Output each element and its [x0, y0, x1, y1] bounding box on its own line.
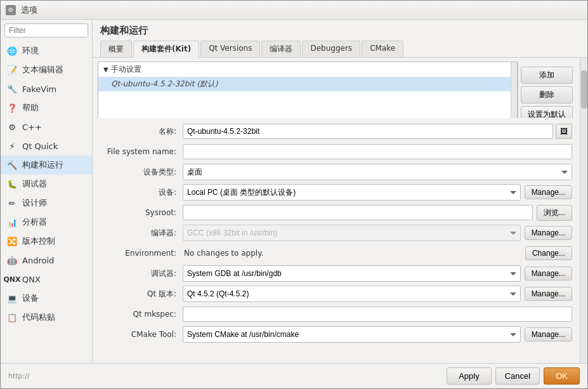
device-select[interactable]: Local PC (桌面 类型的默认设备) [183, 184, 521, 201]
android-icon: 🤖 [6, 254, 18, 267]
sidebar-item-qt-quick[interactable]: ⚡ Qt Quick [1, 136, 92, 155]
sidebar-item-fakevim[interactable]: 🔧 FakeVim [1, 79, 92, 98]
compiler-select[interactable]: GCC (x86 32bit in /usr/bin) [183, 225, 521, 241]
sidebar-item-debugger[interactable]: 🐛 调试器 [1, 175, 92, 194]
code-paste-icon: 📋 [6, 311, 18, 324]
kit-list-scrollbar[interactable] [511, 62, 517, 118]
designer-icon: ✏ [6, 197, 18, 209]
sidebar-item-label: 环境 [22, 45, 39, 56]
ok-button[interactable]: OK [544, 367, 580, 385]
sidebar-list: 🌐 环境 📝 文本编辑器 🔧 FakeVim ❓ 帮助 ⚙ C++ [1, 41, 92, 363]
fakevim-icon: 🔧 [6, 82, 18, 95]
debugger-icon: 🐛 [6, 178, 18, 190]
sidebar-item-text-editor[interactable]: 📝 文本编辑器 [1, 60, 92, 79]
compiler-label: 编译器: [100, 228, 183, 239]
tab-kits[interactable]: 构建套件(Kit) [133, 41, 199, 58]
sidebar-item-version-control[interactable]: 🔀 版本控制 [1, 232, 92, 251]
cmake-label: CMake Tool: [100, 330, 183, 339]
sidebar-item-devices[interactable]: 💻 设备 [1, 289, 92, 308]
device-label: 设备: [100, 187, 183, 198]
window-icon: ⚙ [6, 5, 16, 15]
name-icon-button[interactable]: 🖼 [556, 124, 572, 139]
filesystem-input[interactable] [183, 144, 572, 159]
add-kit-button[interactable]: 添加 [521, 67, 573, 84]
titlebar: ⚙ 选项 [1, 1, 587, 20]
device-type-select[interactable]: 桌面 [183, 164, 572, 180]
sidebar-item-environment[interactable]: 🌐 环境 [1, 41, 92, 60]
filesystem-label: File system name: [100, 147, 183, 156]
sysroot-browse-button[interactable]: 浏览... [537, 205, 572, 221]
tab-debuggers[interactable]: Debuggers [302, 41, 360, 57]
qt-mkspec-label: Qt mkspec: [100, 310, 183, 319]
qt-version-manage-button[interactable]: Manage... [525, 287, 572, 301]
sidebar-item-qnx[interactable]: QNX QNX [1, 270, 92, 289]
tab-compilers[interactable]: 编译器 [261, 41, 301, 57]
kit-list: ▼ 手动设置 Qt-ubuntu-4.5.2-32bit (默认) [98, 62, 518, 118]
cancel-button[interactable]: Cancel [495, 367, 540, 385]
panel-header: 构建和运行 概要 构建套件(Kit) Qt Versions 编译器 Debug… [93, 20, 587, 58]
device-manage-button[interactable]: Manage... [525, 185, 572, 199]
sidebar-item-label: 代码粘贴 [22, 312, 55, 323]
sidebar-item-designer[interactable]: ✏ 设计师 [1, 194, 92, 213]
form-row-compiler: 编译器: GCC (x86 32bit in /usr/bin) Manage.… [100, 225, 572, 241]
name-input[interactable] [183, 124, 553, 139]
tab-qt-versions[interactable]: Qt Versions [200, 41, 260, 57]
cmake-select[interactable]: System CMake at /usr/bin/cmake [183, 326, 521, 343]
window-title: 选项 [21, 4, 37, 16]
tab-overview[interactable]: 概要 [100, 41, 132, 57]
compiler-manage-button[interactable]: Manage... [525, 226, 572, 240]
sidebar-item-label: 设计师 [22, 197, 47, 209]
form-row-filesystem: File system name: [100, 143, 572, 160]
environment-icon: 🌐 [6, 44, 18, 57]
sidebar-item-label: Qt Quick [22, 142, 58, 151]
right-panel: 构建和运行 概要 构建套件(Kit) Qt Versions 编译器 Debug… [93, 20, 587, 363]
form-row-environment: Environment: No changes to apply. Change… [100, 245, 572, 261]
sidebar-item-label: QNX [22, 275, 41, 284]
apply-button[interactable]: Apply [447, 367, 492, 385]
sidebar-item-cpp[interactable]: ⚙ C++ [1, 117, 92, 136]
help-icon: ❓ [6, 102, 18, 114]
qt-quick-icon: ⚡ [6, 140, 18, 152]
form-row-device: 设备: Local PC (桌面 类型的默认设备) Manage... [100, 184, 572, 201]
debugger-manage-button[interactable]: Manage... [525, 267, 572, 280]
qt-mkspec-input[interactable] [183, 307, 572, 322]
sidebar-item-label: 文本编辑器 [22, 64, 63, 76]
content-area: ▼ 手动设置 Qt-ubuntu-4.5.2-32bit (默认) 添加 删除 … [93, 58, 587, 363]
set-default-kit-button[interactable]: 设置为默认 [521, 106, 573, 118]
main-window: ⚙ 选项 🌐 环境 📝 文本编辑器 🔧 FakeVim [0, 0, 588, 389]
sysroot-input[interactable] [183, 205, 533, 220]
sidebar-item-label: FakeVim [22, 84, 56, 94]
sidebar-item-label: 分析器 [22, 216, 47, 228]
tab-cmake[interactable]: CMake [362, 41, 403, 57]
kit-list-item[interactable]: Qt-ubuntu-4.5.2-32bit (默认) [98, 77, 517, 91]
sidebar-item-label: Android [22, 256, 54, 265]
sidebar-item-help[interactable]: ❓ 帮助 [1, 98, 92, 117]
sidebar-item-label: 版本控制 [22, 235, 55, 247]
bottom-bar: http:// Apply Cancel OK [1, 363, 587, 388]
sidebar-item-build-run[interactable]: 🔨 构建和运行 [1, 155, 92, 175]
kit-section-header: ▼ 手动设置 [98, 62, 517, 77]
bottom-url: http:// [8, 372, 443, 380]
build-run-icon: 🔨 [6, 159, 18, 171]
sidebar-item-code-paste[interactable]: 📋 代码粘贴 [1, 308, 92, 327]
sidebar-filter-input[interactable] [4, 23, 88, 37]
device-type-label: 设备类型: [100, 167, 183, 178]
environment-change-button[interactable]: Change... [525, 246, 572, 260]
sidebar-item-analyzer[interactable]: 📊 分析器 [1, 213, 92, 232]
qt-version-select[interactable]: Qt 4.5.2 (Qt-4.5.2) [183, 286, 521, 302]
content-scrollbar[interactable] [580, 58, 587, 363]
scrollbar-thumb [581, 70, 587, 109]
sidebar-item-label: 帮助 [22, 102, 39, 114]
remove-kit-button[interactable]: 删除 [521, 86, 573, 103]
main-content: 🌐 环境 📝 文本编辑器 🔧 FakeVim ❓ 帮助 ⚙ C++ [1, 20, 587, 363]
kit-section-label: 手动设置 [111, 64, 141, 75]
cmake-manage-button[interactable]: Manage... [525, 327, 572, 341]
debugger-select[interactable]: System GDB at /usr/bin/gdb [183, 265, 521, 282]
form-row-cmake: CMake Tool: System CMake at /usr/bin/cma… [100, 326, 572, 343]
sidebar-item-android[interactable]: 🤖 Android [1, 251, 92, 270]
form-row-sysroot: Sysroot: 浏览... [100, 204, 572, 221]
devices-icon: 💻 [6, 292, 18, 305]
kit-action-buttons: 添加 删除 设置为默认 [518, 62, 575, 118]
debugger-label: 调试器: [100, 268, 183, 279]
qt-version-label: Qt 版本: [100, 289, 183, 300]
